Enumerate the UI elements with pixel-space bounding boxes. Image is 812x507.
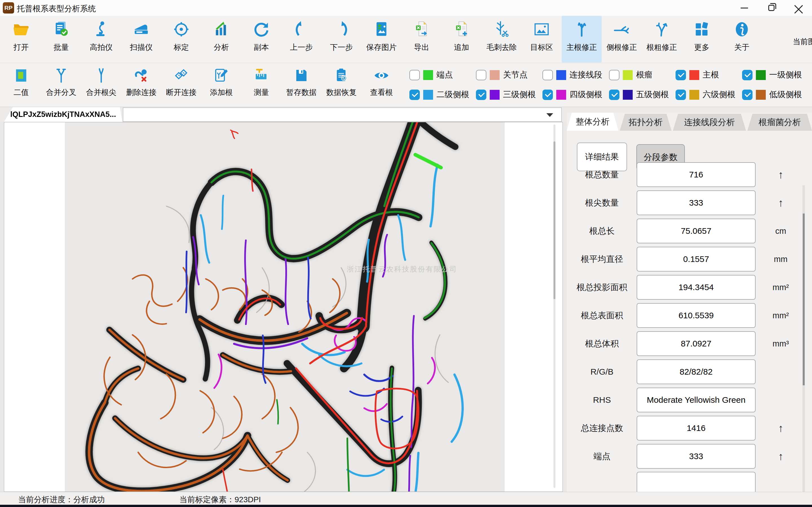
field-input[interactable]: 87.0927 (637, 331, 756, 356)
toolbar-batch[interactable]: 批量 (41, 16, 81, 62)
field-input[interactable]: Moderate Yellowish Green (637, 388, 756, 412)
field-input[interactable]: 610.5539 (637, 303, 756, 328)
legend-item-lateral-2[interactable]: 二级侧根 (409, 89, 476, 100)
minimize-button[interactable] (731, 0, 758, 16)
toolbar-label: 合并根尖 (86, 87, 116, 98)
toolbar-doc-camera[interactable]: 高拍仪 (81, 16, 121, 62)
toolbar-delete-connection[interactable]: 删除连接 (121, 63, 161, 107)
toolbar-root-thickness-fix[interactable]: 根粗修正 (642, 16, 682, 62)
document-tab-title: lQLPJxZ5wizbKjTNAxXNA5... (10, 110, 116, 119)
current-image-label: 当前图 (793, 37, 812, 47)
copy-up-arrow-icon[interactable]: ↑ (760, 190, 802, 215)
toolbar-label: 追加 (454, 42, 469, 52)
checkbox-lateral-1[interactable] (742, 70, 753, 80)
toolbar-about-info[interactable]: 关于 (722, 16, 762, 62)
panel-vertical-scrollbar[interactable] (802, 185, 805, 492)
panel-tab-1[interactable]: 整体分析 (567, 113, 618, 131)
legend-item-nodule[interactable]: 根瘤 (609, 69, 675, 80)
toolbar-merge-fork[interactable]: 合并分叉 (41, 63, 81, 107)
merge-fork-icon (52, 66, 70, 84)
panel-tab-2[interactable]: 拓扑分析 (620, 114, 671, 131)
checkbox-lateral-2[interactable] (409, 90, 420, 100)
toolbar-add-root[interactable]: 添加根 (201, 63, 241, 107)
checkbox-endpoint[interactable] (409, 70, 420, 80)
add-root-icon (212, 66, 231, 84)
toolbar-more[interactable]: 更多 (682, 16, 722, 62)
legend-item-lateral-low[interactable]: 低级侧根 (742, 89, 809, 100)
analysis-panel-tabs: 整体分析拓扑分析连接线段分析根瘤菌分析 (567, 113, 812, 131)
panel-tab-3[interactable]: 连接线段分析 (673, 114, 746, 131)
field-input[interactable]: 194.3454 (637, 275, 756, 300)
checkbox-joint-point[interactable] (476, 70, 486, 80)
legend-item-lateral-3[interactable]: 三级侧根 (476, 89, 543, 100)
toolbar-measure[interactable]: 测量 (241, 63, 282, 107)
legend-item-lateral-4[interactable]: 四级侧根 (543, 89, 609, 100)
toolbar-main-root-fix[interactable]: 主根修正 (562, 16, 602, 62)
main-root-fix-icon (573, 20, 591, 38)
toolbar-target-area[interactable]: 目标区 (522, 16, 562, 62)
canvas-scrollbar-thumb[interactable] (553, 142, 555, 299)
legend-item-lateral-1[interactable]: 一级侧根 (742, 69, 809, 80)
undo-icon (292, 20, 310, 38)
toolbar-binary[interactable]: 二值 (1, 63, 41, 107)
image-canvas[interactable]: 浙江托普云农科技股份有限公司 (4, 122, 563, 492)
field-input[interactable]: 333 (637, 444, 756, 469)
toolbar-analyze[interactable]: 分析 (201, 16, 241, 62)
about-info-icon (733, 20, 751, 38)
disconnect-icon (172, 66, 190, 84)
legend-item-joint-point[interactable]: 关节点 (476, 69, 543, 80)
copy-up-arrow-icon[interactable]: ↑ (760, 162, 802, 187)
legend-item-lateral-5[interactable]: 五级侧根 (609, 89, 675, 100)
checkbox-lateral-4[interactable] (543, 90, 553, 100)
field-input[interactable]: 1416 (637, 416, 756, 441)
dpi-value: 923DPI (235, 495, 261, 504)
checkbox-nodule[interactable] (609, 70, 619, 80)
toolbar-scanner[interactable]: 扫描仪 (121, 16, 161, 62)
field-input[interactable]: 82/82/82 (637, 359, 756, 384)
toolbar-open-folder[interactable]: 打开 (1, 16, 41, 62)
copy-up-arrow-icon[interactable]: ↑ (760, 444, 802, 469)
toolbar-disconnect[interactable]: 断开连接 (161, 63, 201, 107)
toolbar-undo[interactable]: 上一步 (282, 16, 321, 62)
legend-item-main-root[interactable]: 主根 (675, 69, 742, 80)
panel-tab-4[interactable]: 根瘤菌分析 (748, 114, 812, 131)
toolbar-calibrate[interactable]: 标定 (161, 16, 201, 62)
field-input[interactable]: 716 (637, 162, 756, 187)
toolbar-view-root[interactable]: 查看根 (361, 63, 402, 107)
legend-item-endpoint[interactable]: 端点 (409, 69, 476, 80)
toolbar-save-image[interactable]: 保存图片 (361, 16, 402, 62)
legend-item-connect-segment[interactable]: 连接线段 (543, 69, 609, 80)
toolbar-redo[interactable]: 下一步 (321, 16, 361, 62)
panel-vscroll-thumb[interactable] (803, 214, 805, 385)
field-input[interactable]: 75.0657 (637, 219, 756, 243)
root-image-canvas[interactable]: 浙江托普云农科技股份有限公司 (65, 122, 505, 492)
checkbox-lateral-5[interactable] (609, 90, 619, 100)
save-data-icon (292, 66, 310, 84)
tab-list-dropdown-icon[interactable] (546, 113, 553, 117)
close-button[interactable] (785, 0, 812, 16)
document-selector-bar[interactable] (123, 108, 562, 122)
document-tab[interactable]: lQLPJxZ5wizbKjTNAxXNA5... (4, 107, 122, 122)
legend-row-1: 端点关节点连接线段根瘤主根一级侧根 (409, 69, 809, 80)
toolbar-copy-refresh[interactable]: 副本 (241, 16, 282, 62)
field-input[interactable]: 333 (637, 190, 756, 215)
checkbox-lateral-low[interactable] (742, 90, 753, 100)
checkbox-main-root[interactable] (675, 70, 686, 80)
checkbox-lateral-3[interactable] (476, 90, 486, 100)
toolbar-data-restore[interactable]: 数据恢复 (321, 63, 361, 107)
toolbar-export-excel[interactable]: 导出 (402, 16, 442, 62)
copy-up-arrow-icon[interactable]: ↑ (760, 416, 802, 441)
restore-button[interactable] (758, 0, 785, 16)
toolbar-burr-removal[interactable]: 毛刺去除 (481, 16, 522, 62)
toolbar-lateral-root-fix[interactable]: 侧根修正 (602, 16, 642, 62)
legend-item-lateral-6[interactable]: 六级侧根 (675, 89, 742, 100)
toolbar-save-data[interactable]: 暂存数据 (282, 63, 321, 107)
legend-label-lateral-5: 五级侧根 (636, 89, 669, 100)
checkbox-connect-segment[interactable] (543, 70, 553, 80)
toolbar-append-excel[interactable]: 追加 (442, 16, 481, 62)
canvas-vertical-scrollbar[interactable] (553, 124, 555, 488)
field-input-partial[interactable] (637, 472, 756, 493)
toolbar-merge-tip[interactable]: 合并根尖 (81, 63, 121, 107)
checkbox-lateral-6[interactable] (675, 90, 686, 100)
field-input[interactable]: 0.1557 (637, 247, 756, 272)
